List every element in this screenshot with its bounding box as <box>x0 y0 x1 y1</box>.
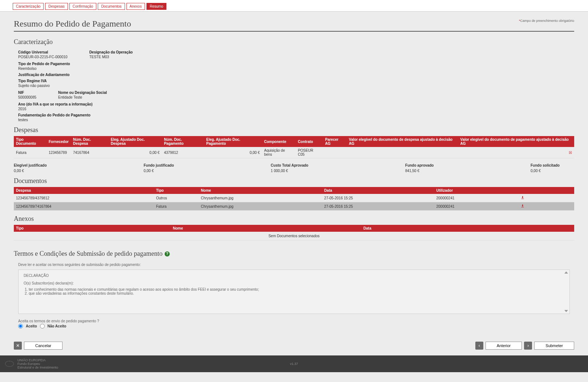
cell-utilizador: 200000241 <box>434 194 518 202</box>
documentos-table: Despesa Tipo Nome Data Utilizador 123456… <box>14 187 574 211</box>
th-parecer: Parecer AG <box>323 136 347 147</box>
total-value: 0,00 € <box>144 169 174 173</box>
ano-iva-value: 2016 <box>18 107 574 111</box>
cell-contrato: POSEUR C05 <box>296 147 323 158</box>
th-eleg-despesa: Eleg. Ajustado Doc. Despesa <box>109 136 162 147</box>
total-label: Fundo aprovado <box>405 163 434 167</box>
download-icon[interactable] <box>520 196 525 200</box>
total-label: Fundo solicitado <box>531 163 560 167</box>
download-icon[interactable] <box>520 205 525 209</box>
cancelar-button[interactable]: Cancelar <box>24 342 63 350</box>
section-despesas-title: Despesas <box>14 126 574 134</box>
cell-tipo: Outros <box>154 194 199 202</box>
tipo-pedido-value: Reembolso <box>18 67 574 71</box>
total-value: 841,50 € <box>405 169 434 173</box>
th-doc-actions <box>518 187 574 194</box>
th-fornecedor: Fornecedor <box>47 136 71 147</box>
cell-actions: ☒ <box>458 147 574 158</box>
th-doc-data: Data <box>322 187 434 194</box>
table-row: Fatura 123456789 74167864 0,00 € 4379812… <box>14 147 574 158</box>
scroll-down-icon[interactable] <box>564 310 568 312</box>
th-contrato: Contrato <box>296 136 323 147</box>
tab-resumo[interactable]: Resumo <box>146 3 166 10</box>
table-row: Sem Documentos selecionados <box>14 232 574 240</box>
radio-aceito[interactable] <box>18 324 23 329</box>
fundamentacao-label: Fundamentação do Pedido de Pagamento <box>18 113 574 117</box>
th-anexo-nome: Nome <box>171 225 361 232</box>
section-caracterizacao-title: Caracterização <box>14 38 574 46</box>
footer: UNIÃO EUROPEIA Fundo Europeu Estrutural … <box>0 355 588 372</box>
chevron-right-icon[interactable]: › <box>524 342 532 350</box>
nif-label: NIF <box>18 91 36 95</box>
declaracao-title: DECLARAÇÃO <box>24 274 564 278</box>
close-icon[interactable]: ✕ <box>14 342 22 350</box>
ano-iva-label: Ano (do IVA a que se reporta a informaçã… <box>18 102 574 106</box>
radio-nao-aceito[interactable] <box>40 324 45 329</box>
anexos-empty: Sem Documentos selecionados <box>14 232 574 240</box>
th-val-pagamento: Valor elegível do documento de pagamento… <box>458 136 574 147</box>
designacao-label: Designação da Operação <box>89 50 133 54</box>
delete-icon[interactable]: ☒ <box>569 151 572 155</box>
declaracao-sub: O(s) Subscritor(es) declara(m): <box>24 281 564 285</box>
tab-despesas[interactable]: Despesas <box>45 3 68 10</box>
nif-value: 500000085 <box>18 95 36 99</box>
tab-confirmacao[interactable]: Confirmação <box>69 3 97 10</box>
cell-tipo: Fatura <box>154 202 199 211</box>
designacao-value: TESTE M03 <box>89 55 133 59</box>
table-row: 123456789/4379812 Outros Chrysanthemum.j… <box>14 194 574 202</box>
terms-box: DECLARAÇÃO O(s) Subscritor(es) declara(m… <box>18 270 570 314</box>
footer-line: Estrutural e de Investimento <box>17 366 58 369</box>
cell-tipo: Fatura <box>14 147 47 158</box>
tab-caracterizacao[interactable]: Caracterização <box>13 3 44 10</box>
radio-aceito-label: Aceito <box>26 324 37 328</box>
cell-parecer <box>323 147 347 158</box>
despesas-table: Tipo Documento Fornecedor Núm. Doc. Desp… <box>14 136 574 158</box>
section-documentos-title: Documentos <box>14 177 574 185</box>
th-doc-nome: Nome <box>199 187 322 194</box>
cell-data: 27-05-2016 15:25 <box>322 202 434 211</box>
cell-num-despesa: 74167864 <box>71 147 109 158</box>
total-label: Custo Total Aprovado <box>271 163 308 167</box>
th-anexo-data: Data <box>361 225 574 232</box>
th-eleg-pagamento: Eleg. Ajustado Doc. Pagamento <box>204 136 262 147</box>
nome-social-label: Nome ou Designação Social <box>58 91 107 95</box>
tab-documentos[interactable]: Documentos <box>98 3 125 10</box>
radio-nao-aceito-label: Não Aceito <box>48 324 67 328</box>
scroll-up-icon[interactable] <box>564 271 568 274</box>
th-tipo-documento: Tipo Documento <box>14 136 47 147</box>
th-val-despesa: Valor elegível do documento de despesa a… <box>347 136 458 147</box>
cell-despesa: 123456789/4379812 <box>14 194 154 202</box>
cell-nome: Chrysanthemum.jpg <box>199 194 322 202</box>
cell-componente: Aquisição de bens <box>262 147 296 158</box>
footer-line: Fundo Europeu <box>17 362 58 366</box>
cell-utilizador: 200000241 <box>434 202 518 211</box>
regime-iva-value: Sujeito não passivo <box>18 84 574 88</box>
help-icon[interactable]: ? <box>165 251 170 256</box>
th-doc-utilizador: Utilizador <box>434 187 518 194</box>
tab-bar: Caracterização Despesas Confirmação Docu… <box>0 0 588 12</box>
despesas-totals: Elegível justificado0,00 € Fundo justifi… <box>14 163 574 173</box>
anexos-table: Tipo Nome Data Sem Documentos selecionad… <box>14 225 574 240</box>
th-num-pagamento: Núm. Doc. Pagamento <box>162 136 204 147</box>
cell-val-despesa <box>347 147 458 158</box>
action-bar: ✕ Cancelar ‹ Anterior › Submeter <box>0 339 588 355</box>
total-label: Elegível justificado <box>14 163 47 167</box>
footer-version: v1.37 <box>290 362 298 366</box>
fundamentacao-value: testes <box>18 118 574 122</box>
section-termos-title: Termos e Condições de Submissão de pedid… <box>14 250 162 258</box>
cell-nome: Chrysanthemum.jpg <box>199 202 322 211</box>
tab-anexos[interactable]: Anexos <box>126 3 145 10</box>
cell-num-pagamento: 4379812 <box>162 147 204 158</box>
anterior-button[interactable]: Anterior <box>486 342 522 350</box>
total-value: 0,00 € <box>531 169 560 173</box>
cell-fornecedor: 123456789 <box>47 147 71 158</box>
chevron-left-icon[interactable]: ‹ <box>475 342 483 350</box>
submeter-button[interactable]: Submeter <box>534 342 574 350</box>
eu-logo-icon <box>5 361 14 367</box>
section-anexos-title: Anexos <box>14 215 574 223</box>
cell-eleg-pagamento: 0,00 € <box>204 147 262 158</box>
total-value: 1 000,00 € <box>271 169 308 173</box>
th-doc-despesa: Despesa <box>14 187 154 194</box>
th-anexo-tipo: Tipo <box>14 225 171 232</box>
th-doc-tipo: Tipo <box>154 187 199 194</box>
